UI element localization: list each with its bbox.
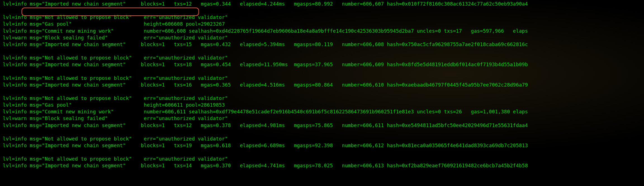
log-line — [3, 7, 641, 14]
log-line: lvl=warn msg="Block sealing failed" err=… — [3, 34, 641, 41]
log-line — [3, 48, 641, 54]
log-line: lvl=info msg="Imported new chain segment… — [3, 1, 641, 7]
log-line: lvl=info msg="Not allowed to propose blo… — [3, 135, 641, 142]
log-line: lvl=info msg="Commit new mining work" nu… — [3, 28, 641, 34]
log-line — [3, 129, 641, 135]
log-line: lvl=info msg="Imported new chain segment… — [3, 61, 641, 68]
log-line: lvl=info msg="Not allowed to propose blo… — [3, 156, 641, 162]
log-line: lvl=info msg="Not allowed to propose blo… — [3, 54, 641, 61]
log-line: lvl=info msg="Not allowed to propose blo… — [3, 95, 641, 102]
terminal-output: lvl=info msg="Imported new chain segment… — [3, 1, 641, 176]
log-line: lvl=info msg="Imported new chain segment… — [3, 142, 641, 149]
log-line: lvl=info msg="Not allowed to propose blo… — [3, 14, 641, 21]
log-line: lvl=warn msg="Block sealing failed" err=… — [3, 115, 641, 122]
log-line — [3, 169, 641, 176]
log-line: lvl=info msg="Imported new chain segment… — [3, 122, 641, 129]
log-line — [3, 88, 641, 95]
log-line: lvl=info msg="Not allowed to propose blo… — [3, 75, 641, 82]
log-line: lvl=info msg="Gas pool" height=606611 po… — [3, 102, 641, 108]
log-line: lvl=info msg="Gas pool" height=606608 po… — [3, 21, 641, 27]
log-line: lvl=info msg="Imported new chain segment… — [3, 41, 641, 48]
log-line: lvl=info msg="Commit new mining work" nu… — [3, 108, 641, 115]
log-line — [3, 68, 641, 75]
log-line: lvl=info msg="Imported new chain segment… — [3, 162, 641, 169]
log-line — [3, 149, 641, 156]
log-line: lvl=info msg="Imported new chain segment… — [3, 82, 641, 88]
